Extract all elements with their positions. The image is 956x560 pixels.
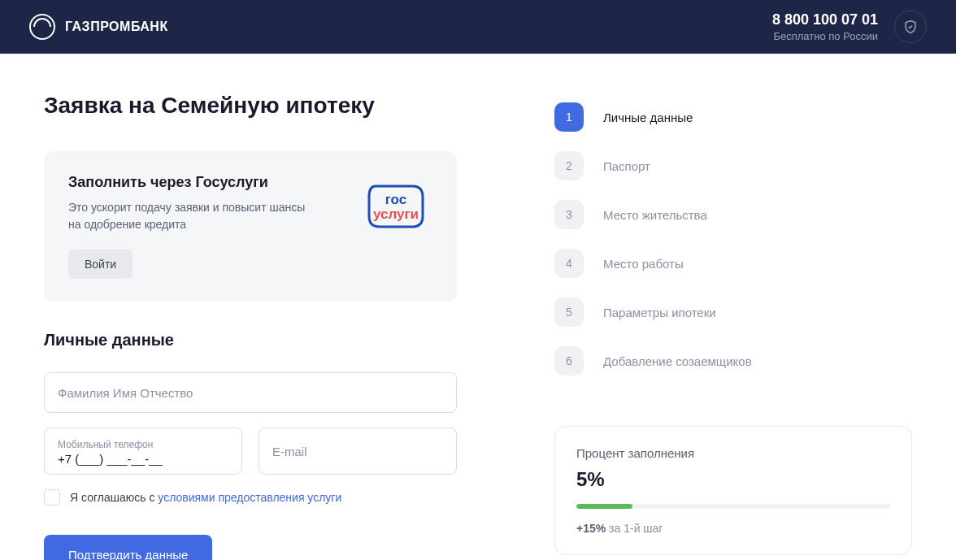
header-right: 8 800 100 07 01 Бесплатно по России xyxy=(772,11,927,43)
logo-icon xyxy=(29,14,55,40)
consent-link[interactable]: условиями предоставления услуги xyxy=(158,491,341,504)
step-number: 5 xyxy=(554,297,584,327)
page-title: Заявка на Семейную ипотеку xyxy=(44,93,457,119)
consent-checkbox[interactable] xyxy=(44,489,60,506)
gosuslugi-login-button[interactable]: Войти xyxy=(68,250,133,279)
step-number: 1 xyxy=(554,102,584,132)
phone-subtext: Бесплатно по России xyxy=(772,30,878,42)
shield-icon xyxy=(903,20,918,34)
sidebar-column: 1Личные данные2Паспорт3Место жительства4… xyxy=(554,93,912,560)
step-label: Паспорт xyxy=(603,159,650,173)
svg-text:гос: гос xyxy=(385,192,406,207)
step-number: 6 xyxy=(554,346,584,376)
step-label: Место жительства xyxy=(603,208,707,222)
step-number: 4 xyxy=(554,249,584,278)
consent-label: Я соглашаюсь с условиями предоставления … xyxy=(70,491,341,504)
svg-text:услуги: услуги xyxy=(373,206,419,222)
gosuslugi-icon: гос услуги xyxy=(359,174,432,239)
step-item-3[interactable]: 3Место жительства xyxy=(554,190,912,239)
phone-wrap: Мобильный телефон xyxy=(44,428,242,475)
step-label: Место работы xyxy=(603,257,684,271)
step-number: 2 xyxy=(554,151,584,180)
progress-hint-rest: за 1-й шаг xyxy=(606,522,663,535)
gosuslugi-desc: Это ускорит подачу заявки и повысит шанс… xyxy=(68,199,320,233)
section-title: Личные данные xyxy=(44,331,457,349)
phone-input[interactable] xyxy=(58,452,228,466)
progress-card: Процент заполнения 5% +15% за 1-й шаг xyxy=(554,426,912,555)
gosuslugi-content: Заполнить через Госуслуги Это ускорит по… xyxy=(68,174,359,279)
main-container: Заявка на Семейную ипотеку Заполнить чер… xyxy=(15,54,941,560)
phone-email-row: Мобильный телефон xyxy=(44,428,457,475)
step-label: Параметры ипотеки xyxy=(603,306,716,319)
brand-logo[interactable]: ГАЗПРОМБАНК xyxy=(29,14,168,40)
step-item-5[interactable]: 5Параметры ипотеки xyxy=(554,288,912,336)
progress-value: 5% xyxy=(576,468,890,491)
gosuslugi-title: Заполнить через Госуслуги xyxy=(68,174,359,191)
brand-name: ГАЗПРОМБАНК xyxy=(65,20,168,34)
header: ГАЗПРОМБАНК 8 800 100 07 01 Бесплатно по… xyxy=(0,0,956,54)
progress-title: Процент заполнения xyxy=(576,446,890,460)
step-number: 3 xyxy=(554,200,584,229)
step-label: Личные данные xyxy=(603,111,693,124)
submit-button[interactable]: Подтвердить данные xyxy=(44,535,212,560)
email-input[interactable] xyxy=(259,428,457,475)
phone-block: 8 800 100 07 01 Бесплатно по России xyxy=(772,11,878,42)
consent-prefix: Я соглашаюсь с xyxy=(70,491,158,504)
fio-input[interactable] xyxy=(44,372,457,413)
phone-label: Мобильный телефон xyxy=(58,439,228,450)
progress-hint: +15% за 1-й шаг xyxy=(576,522,890,535)
email-wrap xyxy=(259,428,457,475)
gosuslugi-card: Заполнить через Госуслуги Это ускорит по… xyxy=(44,151,457,302)
step-label: Добавление созаемщиков xyxy=(603,354,752,368)
form-column: Заявка на Семейную ипотеку Заполнить чер… xyxy=(44,93,457,560)
steps-list: 1Личные данные2Паспорт3Место жительства4… xyxy=(554,93,912,385)
consent-row: Я соглашаюсь с условиями предоставления … xyxy=(44,489,457,506)
step-item-2[interactable]: 2Паспорт xyxy=(554,141,912,190)
progress-fill xyxy=(576,504,632,509)
phone-number[interactable]: 8 800 100 07 01 xyxy=(772,11,878,28)
phone-field-container[interactable]: Мобильный телефон xyxy=(44,428,242,475)
step-item-6[interactable]: 6Добавление созаемщиков xyxy=(554,336,912,385)
shield-button[interactable] xyxy=(894,11,927,43)
step-item-4[interactable]: 4Место работы xyxy=(554,239,912,288)
progress-hint-bold: +15% xyxy=(576,522,606,535)
gosuslugi-logo: гос услуги xyxy=(359,174,432,239)
step-item-1[interactable]: 1Личные данные xyxy=(554,93,912,141)
fio-row xyxy=(44,372,457,413)
progress-bar xyxy=(576,504,890,509)
